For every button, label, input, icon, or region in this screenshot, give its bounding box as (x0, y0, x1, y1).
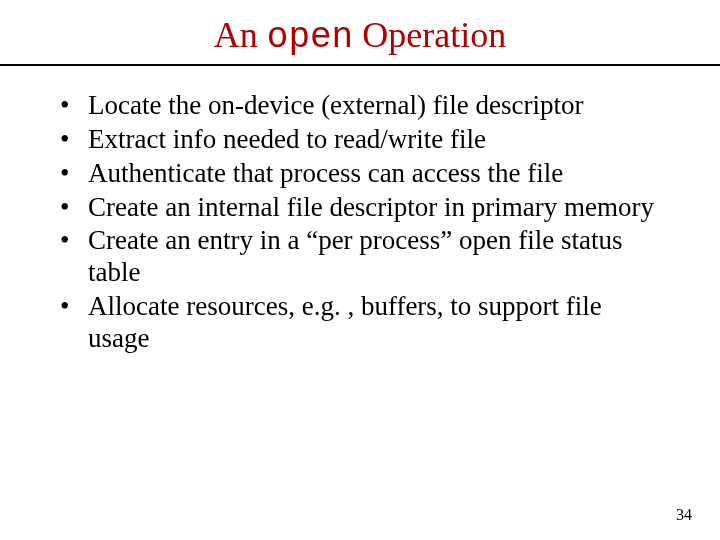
list-item: Allocate resources, e.g. , buffers, to s… (60, 291, 670, 355)
list-item: Extract info needed to read/write file (60, 124, 670, 156)
bullet-text: Create an internal file descriptor in pr… (88, 192, 654, 222)
list-item: Authenticate that process can access the… (60, 158, 670, 190)
title-underline (0, 64, 720, 66)
list-item: Create an entry in a “per process” open … (60, 225, 670, 289)
bullet-text: Extract info needed to read/write file (88, 124, 486, 154)
list-item: Create an internal file descriptor in pr… (60, 192, 670, 224)
bullet-text: Authenticate that process can access the… (88, 158, 563, 188)
bullet-text: Allocate resources, e.g. , buffers, to s… (88, 291, 602, 353)
slide: An open Operation Locate the on-device (… (0, 0, 720, 540)
title-post: Operation (353, 15, 506, 55)
page-number: 34 (676, 506, 692, 524)
title-pre: An (214, 15, 267, 55)
list-item: Locate the on-device (external) file des… (60, 90, 670, 122)
title-mono: open (267, 17, 353, 58)
slide-title: An open Operation (40, 14, 680, 58)
bullet-list: Locate the on-device (external) file des… (60, 90, 670, 355)
bullet-text: Create an entry in a “per process” open … (88, 225, 623, 287)
bullet-text: Locate the on-device (external) file des… (88, 90, 584, 120)
